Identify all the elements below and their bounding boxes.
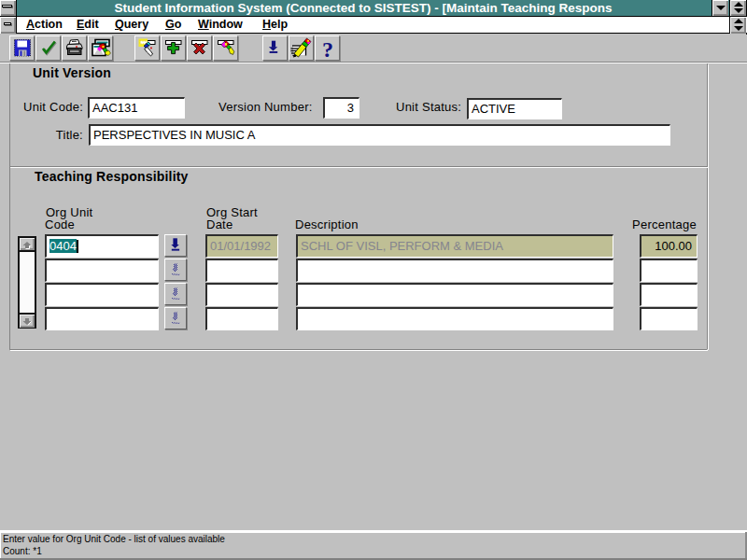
svg-text:?: ? (322, 37, 333, 62)
